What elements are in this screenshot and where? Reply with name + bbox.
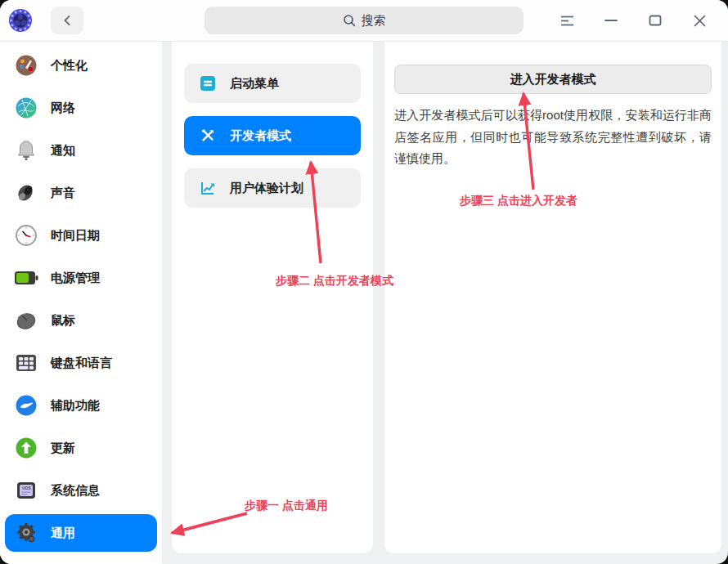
sidebar-item-mouse[interactable]: 鼠标 — [0, 299, 162, 342]
sidebar-item-power[interactable]: 电源管理 — [0, 257, 162, 299]
titlebar-menu-button[interactable] — [545, 0, 589, 41]
maximize-icon — [649, 15, 662, 26]
sidebar-item-datetime[interactable]: 时间日期 — [0, 214, 162, 257]
search-placeholder: 搜索 — [362, 13, 386, 29]
boot-menu-icon — [200, 75, 216, 92]
enter-developer-mode-button[interactable]: 进入开发者模式 — [394, 65, 712, 94]
back-button[interactable] — [51, 7, 83, 34]
sidebar-item-label: 声音 — [51, 186, 75, 201]
close-button[interactable] — [677, 0, 721, 41]
mouse-icon — [14, 308, 38, 333]
sidebar-item-label: 时间日期 — [51, 228, 100, 244]
uos-logo-icon — [8, 8, 33, 33]
maximize-button[interactable] — [633, 0, 677, 41]
sidebar-item-update[interactable]: 更新 — [0, 427, 162, 469]
sound-speaker-icon — [14, 181, 38, 205]
system-info-chip-icon: UOS — [14, 478, 38, 503]
sidebar-item-label: 电源管理 — [51, 271, 100, 286]
datetime-clock-icon — [14, 223, 38, 248]
sidebar-item-label: 通知 — [51, 143, 75, 159]
sidebar-item-personalization[interactable]: 个性化 — [0, 44, 162, 87]
user-experience-chart-icon — [200, 180, 216, 196]
sidebar-item-system-info[interactable]: UOS 系统信息 — [0, 469, 162, 512]
system-info-icon-text: UOS — [22, 486, 32, 490]
sidebar-item-label: 键盘和语言 — [51, 356, 112, 371]
nav-item-boot-menu[interactable]: 启动菜单 — [184, 64, 361, 103]
titlebar: 搜索 — [0, 0, 728, 42]
sidebar-item-label: 通用 — [51, 526, 75, 541]
chevron-left-icon — [62, 15, 72, 26]
control-center-window: 搜索 — [0, 0, 728, 564]
sidebar-item-label: 更新 — [51, 441, 75, 456]
sidebar-item-sound[interactable]: 声音 — [0, 172, 162, 214]
sidebar-item-general[interactable]: 通用 — [5, 514, 157, 552]
nav-item-user-experience[interactable]: 用户体验计划 — [184, 168, 361, 208]
general-gear-icon — [14, 521, 38, 545]
personalization-palette-icon — [14, 53, 38, 78]
sidebar-item-keyboard[interactable]: 键盘和语言 — [0, 342, 162, 384]
keyboard-icon — [14, 351, 38, 375]
sidebar-item-label: 网络 — [51, 101, 75, 116]
nav-item-developer-mode[interactable]: 开发者模式 — [184, 116, 361, 155]
nav-item-label: 启动菜单 — [230, 76, 279, 92]
nav-item-label: 用户体验计划 — [230, 181, 303, 196]
accessibility-hand-icon — [14, 393, 38, 418]
step3-annotation: 步骤三 点击进入开发者 — [460, 194, 577, 208]
sidebar-item-label: 鼠标 — [51, 313, 75, 329]
sidebar-item-label: 个性化 — [51, 58, 88, 74]
developer-mode-description: 进入开发者模式后可以获得root使用权限，安装和运行非商店签名应用，但同时也可能… — [394, 105, 712, 170]
close-icon — [694, 15, 706, 27]
menu-icon — [560, 16, 574, 26]
minimize-icon — [604, 19, 618, 22]
power-battery-icon — [14, 266, 38, 290]
search-icon — [343, 14, 356, 27]
developer-mode-tools-icon — [200, 128, 216, 144]
developer-mode-panel: 进入开发者模式 进入开发者模式后可以获得root使用权限，安装和运行非商店签名应… — [384, 42, 721, 553]
sidebar-item-label: 辅助功能 — [51, 398, 100, 414]
step1-annotation: 步骤一 点击通用 — [245, 499, 328, 513]
sidebar: 个性化 网络 — [0, 42, 162, 564]
general-settings-nav: 启动菜单 开发者模式 — [172, 42, 373, 553]
step2-annotation: 步骤二 点击开发者模式 — [276, 274, 393, 289]
sidebar-item-network[interactable]: 网络 — [0, 87, 162, 129]
window-controls — [545, 0, 721, 41]
content-area: 个性化 网络 — [0, 42, 728, 564]
sidebar-item-accessibility[interactable]: 辅助功能 — [0, 384, 162, 427]
network-globe-icon — [14, 96, 38, 120]
minimize-button[interactable] — [589, 0, 633, 41]
sidebar-item-notification[interactable]: 通知 — [0, 129, 162, 172]
update-arrow-icon — [14, 436, 38, 460]
notification-bell-icon — [14, 138, 38, 163]
search-input[interactable]: 搜索 — [204, 7, 524, 34]
sidebar-item-label: 系统信息 — [51, 483, 100, 499]
nav-item-label: 开发者模式 — [230, 128, 291, 144]
